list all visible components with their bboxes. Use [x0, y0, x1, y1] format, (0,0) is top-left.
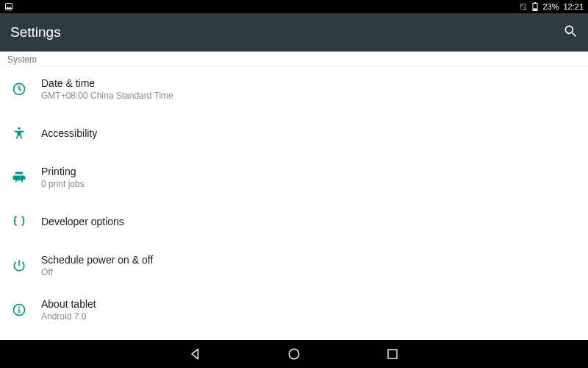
item-date-time[interactable]: Date & time GMT+08:00 China Standard Tim…: [0, 67, 588, 111]
status-left: [4, 2, 13, 11]
item-developer-options[interactable]: Developer options: [0, 199, 588, 244]
status-right: 23% 12:21: [519, 2, 584, 11]
info-icon: [12, 302, 41, 317]
battery-percent: 23%: [542, 2, 559, 11]
item-printing[interactable]: Printing 0 print jobs: [0, 155, 588, 199]
image-icon: [4, 2, 13, 11]
battery-icon: [532, 2, 538, 11]
item-title: Printing: [41, 166, 85, 177]
item-accessibility[interactable]: Accessibility: [0, 111, 588, 155]
item-title: About tablet: [41, 298, 96, 310]
item-title: Schedule power on & off: [41, 254, 153, 266]
item-subtitle: GMT+08:00 China Standard Time: [41, 91, 173, 101]
power-icon: [12, 258, 41, 273]
search-button[interactable]: [563, 24, 578, 41]
clock: 12:21: [563, 2, 584, 11]
section-header-system: System: [0, 52, 588, 67]
back-button[interactable]: [187, 345, 204, 363]
recents-button[interactable]: [384, 345, 401, 363]
status-bar: 23% 12:21: [0, 0, 588, 13]
svg-point-11: [19, 307, 20, 308]
svg-rect-3: [534, 2, 536, 4]
svg-point-5: [565, 26, 573, 33]
settings-list: Date & time GMT+08:00 China Standard Tim…: [0, 67, 588, 332]
code-braces-icon: [12, 214, 41, 229]
item-title: Developer options: [41, 216, 124, 227]
item-subtitle: Android 7.0: [41, 311, 96, 322]
item-title: Accessibility: [41, 127, 97, 139]
item-subtitle: Off: [41, 267, 153, 277]
svg-rect-0: [6, 4, 12, 10]
app-bar: Settings: [0, 13, 588, 52]
page-title: Settings: [10, 24, 61, 40]
clock-icon: [12, 82, 41, 96]
recents-icon: [386, 347, 399, 361]
home-icon: [287, 347, 301, 361]
search-icon: [563, 24, 578, 38]
navigation-bar: [0, 340, 588, 368]
svg-point-12: [289, 349, 298, 358]
no-sim-icon: [519, 2, 528, 11]
item-about-tablet[interactable]: About tablet Android 7.0: [0, 288, 588, 332]
svg-rect-13: [388, 350, 397, 358]
home-button[interactable]: [285, 345, 303, 363]
accessibility-icon: [12, 126, 41, 141]
item-title: Date & time: [41, 77, 173, 89]
svg-line-6: [573, 33, 576, 37]
back-icon: [188, 347, 203, 361]
print-icon: [12, 170, 41, 185]
svg-point-8: [18, 127, 20, 130]
item-subtitle: 0 print jobs: [41, 179, 85, 189]
svg-rect-4: [534, 9, 537, 11]
item-schedule-power[interactable]: Schedule power on & off Off: [0, 244, 588, 288]
